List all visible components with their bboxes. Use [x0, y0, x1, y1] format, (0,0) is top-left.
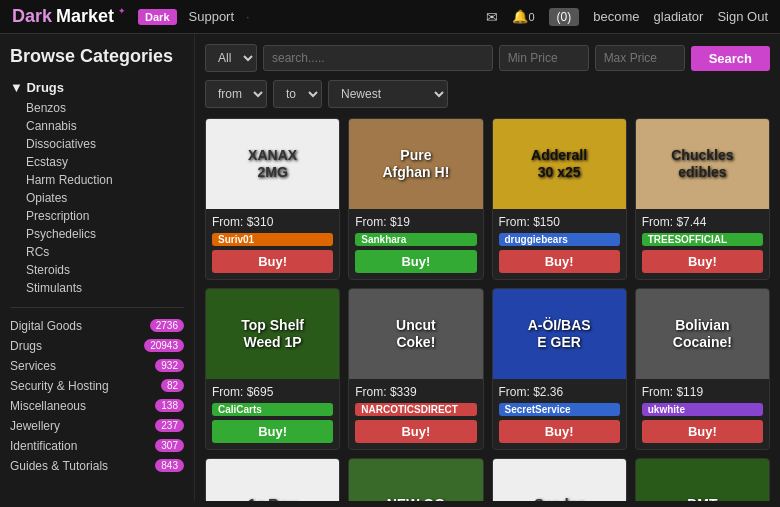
subcat-prescription[interactable]: Prescription [26, 207, 184, 225]
cat-digital-goods[interactable]: Digital Goods 2736 [10, 316, 184, 336]
buy-button[interactable]: Buy! [499, 420, 620, 443]
product-name: XANAX2MG [244, 143, 301, 185]
product-name: Adderall30 x25 [527, 143, 591, 185]
product-image: A-ÖI/BASE GER [493, 289, 626, 379]
product-image: PureAfghan H! [349, 119, 482, 209]
product-image: NEW OG [349, 459, 482, 501]
product-seller: SecretService [499, 403, 620, 416]
product-image: Sandoz [493, 459, 626, 501]
buy-button[interactable]: Buy! [642, 420, 763, 443]
product-price: From: $2.36 [499, 385, 620, 399]
subcat-dissociatives[interactable]: Dissociatives [26, 135, 184, 153]
search-input[interactable] [263, 45, 493, 71]
cat-drugs[interactable]: Drugs 20943 [10, 336, 184, 356]
subcat-harm-reduction[interactable]: Harm Reduction [26, 171, 184, 189]
product-image: XANAX2MG [206, 119, 339, 209]
cat-drugs-label: Drugs [10, 339, 42, 353]
from-select[interactable]: from [205, 80, 267, 108]
logo-dark-text: Dark [12, 6, 52, 27]
cat-guides-label: Guides & Tutorials [10, 459, 108, 473]
max-price-input[interactable] [595, 45, 685, 71]
product-price: From: $339 [355, 385, 476, 399]
subcat-stimulants[interactable]: Stimulants [26, 279, 184, 297]
product-name: UncutCoke! [392, 313, 440, 355]
product-seller: NARCOTICSDIRECT [355, 403, 476, 416]
signout-link[interactable]: Sign Out [717, 9, 768, 24]
category-select[interactable]: All [205, 44, 257, 72]
sidebar: Browse Categories ▼ Drugs Benzos Cannabi… [0, 34, 195, 501]
product-name: DMT [683, 492, 721, 501]
subcat-rcs[interactable]: RCs [26, 243, 184, 261]
cat-identification-label: Identification [10, 439, 77, 453]
logo-market-text: Market [56, 6, 114, 27]
cart-badge[interactable]: (0) [549, 8, 580, 26]
product-price: From: $19 [355, 215, 476, 229]
subcat-steroids[interactable]: Steroids [26, 261, 184, 279]
search-button[interactable]: Search [691, 46, 770, 71]
browse-categories-title: Browse Categories [10, 46, 184, 68]
buy-button[interactable]: Buy! [355, 250, 476, 273]
product-image: Top ShelfWeed 1P [206, 289, 339, 379]
cat-security-hosting[interactable]: Security & Hosting 82 [10, 376, 184, 396]
product-card: Chucklesedibles From: $7.44 TREESOFFICIA… [635, 118, 770, 280]
cat-miscellaneous[interactable]: Miscellaneous 138 [10, 396, 184, 416]
support-link[interactable]: Support [189, 9, 235, 24]
cat-digital-goods-count: 2736 [150, 319, 184, 332]
product-body: From: $695 CaliCarts Buy! [206, 379, 339, 449]
become-link[interactable]: become [593, 9, 639, 24]
layout: Browse Categories ▼ Drugs Benzos Cannabi… [0, 34, 780, 501]
product-price: From: $7.44 [642, 215, 763, 229]
buy-button[interactable]: Buy! [642, 250, 763, 273]
product-image: Adderall30 x25 [493, 119, 626, 209]
product-image: 1g Raw [206, 459, 339, 501]
main-content: All Search from to Newest XANAX2MG [195, 34, 780, 501]
cat-guides[interactable]: Guides & Tutorials 843 [10, 456, 184, 476]
product-card: Top ShelfWeed 1P From: $695 CaliCarts Bu… [205, 288, 340, 450]
buy-button[interactable]: Buy! [212, 420, 333, 443]
mail-icon[interactable]: ✉ [486, 9, 498, 25]
buy-button[interactable]: Buy! [355, 420, 476, 443]
to-select[interactable]: to [273, 80, 322, 108]
subcat-psychedelics[interactable]: Psychedelics [26, 225, 184, 243]
header-icons: ✉ 🔔0 (0) become gladiator Sign Out [486, 8, 768, 26]
subcat-cannabis[interactable]: Cannabis [26, 117, 184, 135]
cat-services-label: Services [10, 359, 56, 373]
subcat-ecstasy[interactable]: Ecstasy [26, 153, 184, 171]
product-card: DMT [635, 458, 770, 501]
header-dot: · [246, 9, 250, 24]
header: DarkMarket ✦ Dark Support · ✉ 🔔0 (0) bec… [0, 0, 780, 34]
buy-button[interactable]: Buy! [212, 250, 333, 273]
product-body: From: $310 Suriv01 Buy! [206, 209, 339, 279]
product-card: NEW OG [348, 458, 483, 501]
cat-identification[interactable]: Identification 307 [10, 436, 184, 456]
product-card: A-ÖI/BASE GER From: $2.36 SecretService … [492, 288, 627, 450]
product-grid: XANAX2MG From: $310 Suriv01 Buy! PureAfg… [205, 118, 770, 501]
user-link[interactable]: gladiator [654, 9, 704, 24]
cat-jewellery-count: 237 [155, 419, 184, 432]
sort-select[interactable]: Newest [328, 80, 448, 108]
cat-misc-label: Miscellaneous [10, 399, 86, 413]
min-price-input[interactable] [499, 45, 589, 71]
dark-badge[interactable]: Dark [138, 9, 176, 25]
subcat-opiates[interactable]: Opiates [26, 189, 184, 207]
product-card: UncutCoke! From: $339 NARCOTICSDIRECT Bu… [348, 288, 483, 450]
cat-jewellery[interactable]: Jewellery 237 [10, 416, 184, 436]
product-price: From: $119 [642, 385, 763, 399]
drugs-category[interactable]: ▼ Drugs [10, 80, 184, 95]
product-name: 1g Raw [244, 492, 301, 501]
cat-services[interactable]: Services 932 [10, 356, 184, 376]
cat-misc-count: 138 [155, 399, 184, 412]
product-name: BolivianCocaine! [669, 313, 736, 355]
cat-jewellery-label: Jewellery [10, 419, 60, 433]
product-body: From: $19 Sankhara Buy! [349, 209, 482, 279]
product-body: From: $339 NARCOTICSDIRECT Buy! [349, 379, 482, 449]
product-seller: Sankhara [355, 233, 476, 246]
bell-icon[interactable]: 🔔0 [512, 9, 534, 24]
product-seller: ukwhite [642, 403, 763, 416]
cat-guides-count: 843 [155, 459, 184, 472]
product-price: From: $310 [212, 215, 333, 229]
cat-identification-count: 307 [155, 439, 184, 452]
subcat-benzos[interactable]: Benzos [26, 99, 184, 117]
product-seller: TREESOFFICIAL [642, 233, 763, 246]
buy-button[interactable]: Buy! [499, 250, 620, 273]
